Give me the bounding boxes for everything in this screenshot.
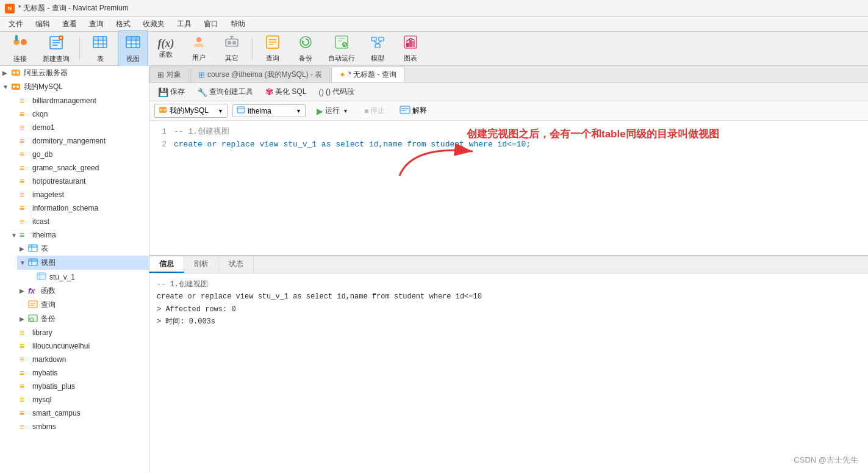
sidebar-folder-table[interactable]: ▶ 表 [17, 242, 149, 256]
menu-favorites[interactable]: 收藏夹 [137, 18, 171, 31]
sidebar-folder-backup[interactable]: ▶ 备份 [17, 312, 149, 326]
sidebar-db-markdown[interactable]: ≡ markdown [9, 353, 149, 366]
tab-course[interactable]: ⊞ course @itheima (我的MySQL) - 表 [190, 67, 330, 82]
tab-query-label: * 无标题 - 查询 [348, 70, 396, 80]
svg-point-3 [15, 35, 18, 37]
create-tool-btn[interactable]: 🔧 查询创建工具 [193, 85, 257, 98]
sidebar-db-hotpot[interactable]: ≡ hotpotrestaurant [9, 175, 149, 188]
toolbar-query[interactable]: 查询 [257, 32, 288, 65]
toolbar-table[interactable]: 表 [85, 31, 115, 66]
menu-tools[interactable]: 工具 [171, 18, 198, 31]
svg-rect-70 [237, 107, 245, 113]
sidebar-db-imagetest[interactable]: ≡ imagetest [9, 188, 149, 201]
sidebar-db-billiard[interactable]: ≡ billiardmanagement [9, 94, 149, 107]
view-children: stu_v_1 [17, 270, 149, 284]
view-icon [124, 34, 142, 53]
my-mysql-label: 我的MySQL [24, 82, 63, 92]
stop-button[interactable]: ■ 停止 [359, 104, 390, 118]
main-layout: ▶ 阿里云服务器 ▼ 我的MySQL ≡ billiardmanagement … [0, 66, 868, 473]
menu-edit[interactable]: 编辑 [29, 18, 56, 31]
toolbar-backup[interactable]: 备份 [290, 32, 321, 65]
query-toolbar: 💾 保存 🔧 查询创建工具 ✾ 美化 SQL () () 代码段 [149, 83, 868, 101]
svg-point-48 [16, 71, 19, 74]
sidebar-folder-view[interactable]: ▼ 视图 [17, 256, 149, 270]
stop-icon: ■ [364, 107, 368, 115]
sidebar-db-mybatis[interactable]: ≡ mybatis [9, 366, 149, 380]
sidebar-item-my-mysql[interactable]: ▼ 我的MySQL [0, 80, 149, 94]
info-tab-label: 信息 [159, 259, 174, 268]
sidebar-item-aliyun[interactable]: ▶ 阿里云服务器 [0, 66, 149, 80]
code-line-1: 1 -- 1.创建视图 [154, 126, 863, 139]
menu-query[interactable]: 查询 [83, 18, 110, 31]
toolbar-function[interactable]: f(x) 函数 [151, 35, 181, 62]
beautify-btn[interactable]: ✾ 美化 SQL [262, 85, 310, 99]
query-icon [265, 34, 281, 52]
sidebar-db-mysql[interactable]: ≡ mysql [9, 393, 149, 406]
code-text-2: create or replace view stu_v_1 as select… [174, 139, 531, 151]
menu-view[interactable]: 查看 [56, 18, 83, 31]
connect-icon [12, 34, 29, 53]
save-btn[interactable]: 💾 保存 [154, 85, 188, 98]
toolbar-new-query[interactable]: 新建查询 [38, 32, 74, 66]
toolbar-chart[interactable]: 图表 [395, 32, 426, 65]
svg-rect-39 [375, 44, 380, 48]
explain-label: 解释 [412, 106, 427, 116]
sidebar-folder-query[interactable]: 查询 [17, 298, 149, 312]
svg-rect-37 [371, 37, 376, 41]
schema-selector-arrow: ▼ [296, 108, 301, 114]
db-selector-arrow: ▼ [218, 108, 223, 114]
toolbar-user[interactable]: 用户 [184, 32, 214, 65]
menu-file[interactable]: 文件 [2, 18, 29, 31]
toolbar-model[interactable]: 模型 [362, 32, 393, 65]
sidebar-db-itcast[interactable]: ≡ itcast [9, 215, 149, 228]
svg-rect-16 [93, 37, 107, 40]
bottom-tab-profile[interactable]: 剖析 [184, 256, 219, 273]
snippet-label: () 代码段 [326, 87, 354, 97]
sidebar-db-lilou[interactable]: ≡ liloucuncunweihui [9, 339, 149, 353]
menu-help[interactable]: 帮助 [224, 18, 251, 31]
db-selector[interactable]: 我的MySQL ▼ [154, 104, 228, 118]
code-editor[interactable]: 1 -- 1.创建视图 2 create or replace view stu… [149, 121, 868, 255]
connect-label: 连接 [13, 54, 27, 63]
sidebar-db-mybatis-plus[interactable]: ≡ mybatis_plus [9, 380, 149, 393]
tab-query[interactable]: ✦ * 无标题 - 查询 [331, 67, 404, 82]
svg-point-1 [21, 39, 27, 45]
svg-point-32 [300, 37, 311, 48]
explain-button[interactable]: 解释 [395, 104, 432, 118]
sidebar-db-demo1[interactable]: ≡ demo1 [9, 121, 149, 134]
tab-object[interactable]: ⊞ 对象 [149, 67, 189, 82]
table-label: 表 [97, 54, 104, 63]
auto-run-icon [334, 34, 350, 52]
expand-icon: ▼ [2, 84, 11, 90]
sidebar-db-library[interactable]: ≡ library [9, 326, 149, 339]
sidebar-db-go_db[interactable]: ≡ go_db [9, 148, 149, 161]
sidebar-db-itheima[interactable]: ▼ ≡ itheima [9, 228, 149, 242]
sidebar-db-ckqn[interactable]: ≡ ckqn [9, 107, 149, 121]
main-toolbar: 连接 新建查询 表 [0, 32, 868, 66]
bottom-tab-info[interactable]: 信息 [149, 256, 184, 273]
snippet-btn[interactable]: () () 代码段 [315, 85, 358, 98]
menu-format[interactable]: 格式 [110, 18, 137, 31]
toolbar-connect[interactable]: 连接 [5, 31, 35, 66]
model-label: 模型 [371, 54, 384, 63]
sidebar-view-stu-v-1[interactable]: stu_v_1 [26, 270, 149, 284]
menu-window[interactable]: 窗口 [198, 18, 224, 31]
sidebar-db-smart-campus[interactable]: ≡ smart_campus [9, 406, 149, 420]
sidebar-folder-func[interactable]: ▶ fx 函数 [17, 284, 149, 298]
sidebar-db-dormitory[interactable]: ≡ dormitory_mangement [9, 134, 149, 148]
svg-line-41 [378, 41, 381, 44]
sidebar-db-grame[interactable]: ≡ grame_snack_greed [9, 161, 149, 175]
svg-rect-63 [29, 301, 37, 308]
toolbar-view[interactable]: 视图 [118, 31, 148, 67]
svg-point-23 [196, 37, 201, 42]
toolbar-auto-run[interactable]: 自动运行 [323, 32, 360, 65]
schema-selector[interactable]: itheima ▼ [232, 104, 306, 117]
bottom-tab-status[interactable]: 状态 [219, 256, 254, 273]
sidebar-db-smbms[interactable]: ≡ smbms [9, 420, 149, 433]
run-button[interactable]: ▶ 运行 ▼ [310, 104, 354, 118]
sidebar-db-information-schema[interactable]: ≡ information_schema [9, 201, 149, 215]
query-label: 查询 [266, 54, 279, 63]
toolbar-other[interactable]: 其它 [217, 32, 247, 65]
svg-rect-72 [400, 106, 410, 114]
table-icon [91, 34, 109, 53]
